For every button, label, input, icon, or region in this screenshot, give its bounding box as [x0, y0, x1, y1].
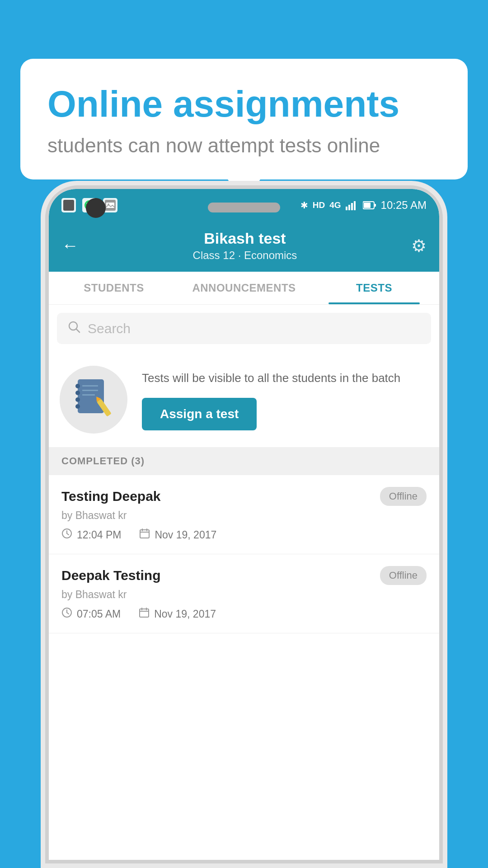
calendar-icon-1	[139, 528, 150, 542]
svg-rect-22	[82, 394, 95, 396]
app-icon-1	[61, 198, 76, 212]
svg-rect-8	[351, 203, 353, 210]
svg-point-17	[75, 391, 80, 395]
test-date-value-1: Nov 19, 2017	[155, 529, 216, 541]
image-icon	[105, 200, 116, 211]
network-badge: 4G	[329, 200, 341, 210]
test-author-1: by Bhaswat kr	[61, 509, 427, 522]
phone-frame: W ✱ HD 4G	[41, 181, 447, 868]
test-date-value-2: Nov 19, 2017	[154, 608, 216, 620]
test-item-2[interactable]: Deepak Testing Offline by Bhaswat kr	[49, 554, 439, 633]
test-item-header-1: Testing Deepak Offline	[61, 487, 427, 506]
svg-rect-12	[364, 203, 371, 208]
test-title-1: Testing Deepak	[61, 489, 161, 504]
tabs-bar: STUDENTS ANNOUNCEMENTS TESTS	[49, 272, 439, 305]
test-date-2: Nov 19, 2017	[139, 607, 216, 621]
svg-point-19	[75, 404, 80, 409]
settings-button[interactable]: ⚙	[411, 236, 427, 256]
test-author-2: by Bhaswat kr	[61, 589, 427, 601]
svg-rect-9	[354, 201, 356, 210]
header-title: Bikash test	[193, 230, 297, 247]
svg-rect-35	[140, 609, 149, 617]
tab-announcements[interactable]: ANNOUNCEMENTS	[179, 272, 309, 304]
signal-icon	[346, 200, 358, 210]
svg-rect-0	[63, 200, 74, 211]
offline-badge-2: Offline	[380, 566, 427, 585]
test-meta-2: 07:05 AM Nov 19, 2017	[61, 607, 427, 621]
search-svg	[68, 321, 80, 333]
test-meta-1: 12:04 PM Nov 19, 2017	[61, 528, 427, 542]
svg-rect-15	[78, 379, 104, 413]
search-placeholder: Search	[88, 321, 131, 336]
assign-description: Tests will be visible to all the student…	[142, 369, 428, 387]
speech-bubble: Online assignments students can now atte…	[20, 59, 468, 179]
test-item-header-2: Deepak Testing Offline	[61, 566, 427, 585]
clock-icon-2	[61, 607, 72, 621]
offline-badge-1: Offline	[380, 487, 427, 506]
clock-icon-1	[61, 528, 72, 542]
svg-rect-20	[82, 385, 98, 387]
clock-svg-2	[61, 607, 72, 618]
status-icons-right: ✱ HD 4G 10:25	[300, 199, 427, 212]
phone-inner: W ✱ HD 4G	[45, 185, 443, 863]
clock-svg	[61, 528, 72, 539]
test-time-value-1: 12:04 PM	[77, 529, 121, 541]
header-subtitle: Class 12 · Economics	[193, 249, 297, 262]
assign-text-group: Tests will be visible to all the student…	[142, 369, 428, 430]
app-header: ← Bikash test Class 12 · Economics ⚙	[49, 222, 439, 272]
phone-screen: W ✱ HD 4G	[49, 189, 439, 860]
battery-icon	[363, 200, 376, 210]
back-button[interactable]: ←	[61, 236, 79, 255]
svg-rect-21	[82, 390, 98, 391]
camera-dot	[86, 198, 106, 218]
test-time-2: 07:05 AM	[61, 607, 121, 621]
speaker-grille	[208, 203, 280, 212]
bubble-title: Online assignments	[47, 84, 441, 124]
calendar-icon-2	[139, 607, 150, 621]
svg-line-27	[67, 533, 69, 535]
svg-line-34	[67, 613, 69, 614]
test-title-2: Deepak Testing	[61, 568, 161, 583]
calendar-svg-2	[139, 607, 150, 618]
svg-point-18	[75, 397, 80, 402]
svg-rect-28	[140, 530, 149, 538]
test-item[interactable]: Testing Deepak Offline by Bhaswat kr	[49, 475, 439, 554]
test-time-value-2: 07:05 AM	[77, 608, 121, 620]
tab-tests[interactable]: TESTS	[309, 272, 439, 304]
svg-point-16	[75, 384, 80, 388]
test-time-1: 12:04 PM	[61, 528, 121, 542]
assign-section: Tests will be visible to all the student…	[49, 352, 439, 447]
svg-rect-6	[346, 207, 347, 210]
search-bar[interactable]: Search	[57, 313, 431, 344]
status-time: 10:25 AM	[381, 199, 427, 212]
hd-badge: HD	[313, 200, 325, 210]
svg-line-14	[76, 329, 80, 332]
tab-students[interactable]: STUDENTS	[49, 272, 179, 304]
completed-header: COMPLETED (3)	[49, 447, 439, 475]
bluetooth-icon: ✱	[300, 200, 308, 211]
test-date-1: Nov 19, 2017	[139, 528, 216, 542]
header-title-group: Bikash test Class 12 · Economics	[193, 230, 297, 262]
svg-rect-7	[348, 205, 350, 210]
bubble-subtitle: students can now attempt tests online	[47, 134, 441, 157]
assign-icon-circle	[60, 366, 127, 434]
calendar-svg	[139, 528, 150, 539]
search-icon	[68, 320, 80, 337]
notebook-icon	[73, 377, 114, 422]
assign-test-button[interactable]: Assign a test	[142, 398, 257, 430]
svg-rect-11	[374, 204, 376, 207]
wifi-icon	[63, 200, 74, 211]
